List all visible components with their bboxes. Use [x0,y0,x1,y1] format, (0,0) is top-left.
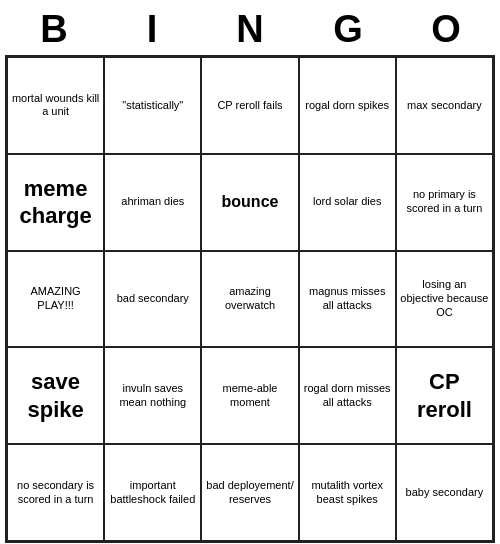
bingo-cell-24[interactable]: baby secondary [396,444,493,541]
letter-n: N [205,8,295,51]
bingo-cell-16[interactable]: invuln saves mean nothing [104,347,201,444]
bingo-cell-21[interactable]: important battleshock failed [104,444,201,541]
bingo-cell-15[interactable]: save spike [7,347,104,444]
bingo-cell-19[interactable]: CP reroll [396,347,493,444]
bingo-cell-14[interactable]: losing an objective because OC [396,251,493,348]
bingo-cell-11[interactable]: bad secondary [104,251,201,348]
bingo-cell-22[interactable]: bad deployement/ reserves [201,444,298,541]
bingo-cell-13[interactable]: magnus misses all attacks [299,251,396,348]
bingo-cell-12[interactable]: amazing overwatch [201,251,298,348]
bingo-cell-4[interactable]: max secondary [396,57,493,154]
bingo-cell-23[interactable]: mutalith vortex beast spikes [299,444,396,541]
letter-b: B [9,8,99,51]
bingo-cell-9[interactable]: no primary is scored in a turn [396,154,493,251]
bingo-cell-2[interactable]: CP reroll fails [201,57,298,154]
bingo-grid: mortal wounds kill a unit"statistically"… [5,55,495,543]
bingo-cell-18[interactable]: rogal dorn misses all attacks [299,347,396,444]
bingo-cell-6[interactable]: ahriman dies [104,154,201,251]
bingo-cell-1[interactable]: "statistically" [104,57,201,154]
letter-i: I [107,8,197,51]
letter-g: G [303,8,393,51]
bingo-cell-17[interactable]: meme-able moment [201,347,298,444]
bingo-cell-7[interactable]: bounce [201,154,298,251]
bingo-cell-3[interactable]: rogal dorn spikes [299,57,396,154]
bingo-cell-10[interactable]: AMAZING PLAY!!! [7,251,104,348]
letter-o: O [401,8,491,51]
bingo-cell-20[interactable]: no secondary is scored in a turn [7,444,104,541]
bingo-cell-8[interactable]: lord solar dies [299,154,396,251]
bingo-cell-5[interactable]: meme charge [7,154,104,251]
bingo-title: B I N G O [5,0,495,55]
bingo-cell-0[interactable]: mortal wounds kill a unit [7,57,104,154]
